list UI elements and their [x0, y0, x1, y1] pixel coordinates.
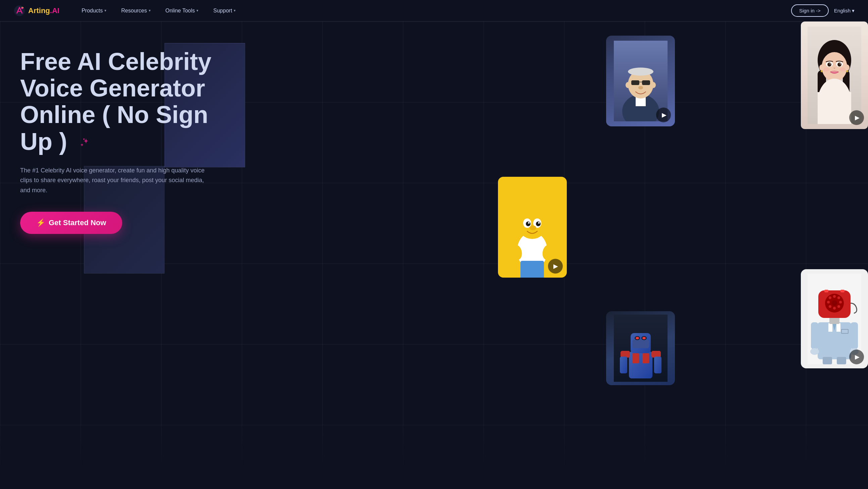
svg-rect-49	[620, 356, 627, 373]
optimus-card	[606, 311, 675, 385]
svg-point-55	[822, 52, 847, 82]
logo-text: Arting.AI	[28, 6, 59, 15]
svg-point-89	[833, 307, 836, 310]
svg-point-33	[626, 82, 630, 88]
hero-title: Free AI Celebrity Voice Generator Online…	[20, 49, 431, 155]
svg-rect-58	[818, 92, 851, 124]
svg-point-22	[544, 223, 549, 230]
svg-point-85	[833, 295, 836, 298]
svg-point-32	[638, 86, 643, 89]
svg-rect-94	[824, 290, 828, 292]
nav-links: Products ▾ Resources ▾ Online Tools ▾ Su…	[75, 5, 791, 17]
language-selector[interactable]: English ▾	[834, 8, 855, 14]
navbar: Arting.AI Products ▾ Resources ▾ Online …	[0, 0, 868, 22]
support-chevron-icon: ▾	[234, 8, 236, 13]
logo-icon	[13, 5, 26, 17]
biden-card: ▶	[606, 36, 675, 126]
resources-chevron-icon: ▾	[149, 8, 151, 13]
products-chevron-icon: ▾	[104, 8, 106, 13]
nav-right: Sign in -> English ▾	[791, 4, 855, 17]
svg-point-69	[819, 64, 824, 70]
sparkles-icon	[76, 137, 89, 150]
svg-point-13	[527, 208, 531, 214]
svg-point-11	[518, 212, 546, 239]
robot-play-button[interactable]: ▶	[849, 349, 864, 364]
svg-point-2	[83, 139, 85, 140]
nav-resources[interactable]: Resources ▾	[115, 5, 156, 17]
svg-rect-40	[632, 340, 649, 348]
svg-rect-76	[836, 323, 840, 332]
optimus-image	[606, 311, 675, 385]
svg-rect-98	[823, 357, 832, 364]
nav-online-tools[interactable]: Online Tools ▾	[159, 5, 205, 17]
get-started-button[interactable]: ⚡ Get Started Now	[20, 212, 122, 234]
biden-play-button[interactable]: ▶	[656, 108, 671, 122]
nav-support[interactable]: Support ▾	[207, 5, 242, 17]
svg-point-18	[528, 222, 530, 224]
hero-content: Free AI Celebrity Voice Generator Online…	[0, 22, 451, 489]
robot-card: ▶	[801, 269, 868, 368]
svg-point-71	[820, 70, 823, 72]
svg-point-20	[530, 226, 536, 230]
svg-rect-78	[811, 322, 818, 349]
svg-point-91	[827, 301, 830, 304]
svg-point-16	[526, 222, 530, 226]
svg-point-46	[642, 337, 646, 340]
svg-point-45	[636, 337, 639, 340]
hero-section: Free AI Celebrity Voice Generator Online…	[0, 22, 868, 489]
play-icon-4: ▶	[855, 353, 860, 361]
svg-point-87	[839, 301, 842, 304]
svg-rect-95	[840, 290, 844, 292]
hero-subtitle: The #1 Celebrity AI voice generator, cre…	[20, 166, 208, 196]
logo[interactable]: Arting.AI	[13, 5, 59, 17]
homer-play-button[interactable]: ▶	[548, 259, 563, 274]
svg-rect-30	[642, 80, 650, 85]
svg-point-92	[829, 296, 831, 299]
lightning-icon: ⚡	[36, 219, 45, 227]
sign-in-button[interactable]: Sign in ->	[791, 4, 829, 17]
svg-point-86	[837, 296, 840, 299]
svg-rect-38	[642, 353, 649, 363]
nav-products[interactable]: Products ▾	[75, 5, 113, 17]
svg-rect-50	[654, 356, 661, 373]
svg-point-93	[832, 300, 837, 306]
celeb-play-button[interactable]: ▶	[849, 110, 864, 125]
svg-point-21	[516, 223, 521, 230]
svg-rect-79	[850, 322, 858, 349]
svg-point-19	[538, 222, 540, 224]
svg-point-72	[846, 70, 848, 72]
svg-rect-75	[828, 323, 832, 332]
svg-rect-37	[632, 353, 639, 363]
play-icon-3: ▶	[855, 114, 860, 121]
hero-images: ▶	[417, 22, 868, 489]
svg-point-90	[829, 305, 831, 308]
svg-point-28	[628, 67, 653, 76]
tools-chevron-icon: ▾	[196, 8, 198, 13]
svg-point-66	[840, 63, 841, 64]
play-icon: ▶	[553, 262, 558, 270]
svg-point-12	[521, 210, 525, 216]
play-icon-2: ▶	[662, 111, 666, 119]
svg-rect-29	[631, 80, 639, 85]
celeb-card: ▶	[801, 22, 868, 129]
homer-card: ▶	[498, 177, 567, 278]
svg-point-88	[837, 305, 840, 308]
svg-rect-5	[521, 272, 530, 278]
svg-rect-6	[534, 272, 544, 278]
svg-point-65	[830, 63, 831, 64]
language-chevron-icon: ▾	[852, 8, 855, 14]
svg-rect-97	[842, 330, 848, 333]
svg-point-17	[536, 222, 540, 226]
svg-point-70	[845, 64, 849, 70]
svg-point-80	[810, 348, 819, 355]
svg-point-34	[651, 82, 656, 88]
svg-rect-99	[837, 357, 846, 364]
